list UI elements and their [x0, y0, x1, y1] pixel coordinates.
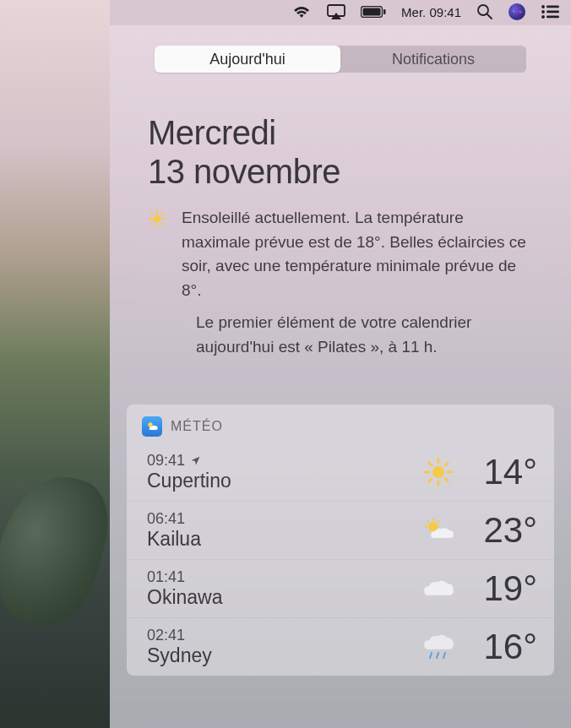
- location-time: 02:41: [147, 627, 420, 644]
- weather-location-row[interactable]: 01:41Okinawa19°: [127, 559, 554, 617]
- weather-location-row[interactable]: 02:41Sydney16°: [127, 617, 554, 676]
- svg-rect-11: [547, 16, 559, 19]
- svg-line-17: [151, 213, 153, 215]
- svg-line-19: [151, 223, 153, 225]
- date-heading: Mercredi 13 novembre: [118, 113, 563, 206]
- airplay-icon[interactable]: [327, 4, 345, 19]
- svg-point-4: [478, 5, 488, 15]
- tab-switcher: Aujourd'hui Notifications: [155, 46, 526, 73]
- svg-rect-2: [363, 8, 381, 16]
- weather-locations-list: 09:41Cupertino14°06:41Kailua23°01:41Okin…: [127, 443, 554, 676]
- svg-line-5: [487, 14, 492, 19]
- notification-center-icon[interactable]: [541, 5, 559, 19]
- weather-location-row[interactable]: 06:41Kailua23°: [127, 501, 554, 559]
- weather-condition-icon: [420, 633, 457, 661]
- menubar: Mer. 09:41: [0, 0, 571, 24]
- location-name: Cupertino: [147, 470, 420, 492]
- battery-icon[interactable]: [361, 6, 386, 18]
- tab-today[interactable]: Aujourd'hui: [155, 46, 340, 73]
- weather-condition-icon: [420, 518, 457, 543]
- location-time: 09:41: [147, 452, 420, 470]
- svg-line-36: [430, 653, 432, 658]
- weather-condition-icon: [420, 577, 457, 600]
- wifi-icon[interactable]: [291, 4, 312, 19]
- svg-point-6: [541, 5, 545, 8]
- location-temperature: 23°: [457, 510, 537, 551]
- location-time: 06:41: [147, 510, 420, 528]
- location-name: Kailua: [147, 528, 420, 551]
- svg-line-35: [438, 521, 440, 523]
- spotlight-icon[interactable]: [476, 3, 493, 20]
- sun-icon: [148, 206, 166, 302]
- location-name: Okinawa: [147, 586, 420, 609]
- siri-icon[interactable]: [508, 3, 525, 20]
- svg-point-10: [541, 15, 545, 19]
- svg-line-20: [161, 213, 163, 215]
- svg-line-27: [429, 463, 432, 465]
- location-time: 01:41: [147, 568, 420, 586]
- tab-notifications[interactable]: Notifications: [340, 46, 526, 73]
- svg-point-8: [541, 10, 545, 14]
- location-temperature: 16°: [457, 627, 537, 667]
- desktop-wallpaper: [0, 0, 110, 728]
- svg-line-18: [161, 223, 163, 225]
- weather-summary-text: Ensoleillé actuellement. La température …: [182, 206, 533, 302]
- weather-app-icon: [142, 416, 162, 437]
- menubar-datetime[interactable]: Mer. 09:41: [401, 5, 461, 19]
- svg-line-34: [427, 521, 429, 523]
- weather-widget-header: MÉTÉO: [127, 405, 554, 443]
- svg-rect-9: [547, 11, 559, 14]
- svg-line-29: [429, 479, 432, 481]
- calendar-summary-text: Le premier élément de votre calendrier a…: [118, 311, 563, 359]
- weather-summary-row: Ensoleillé actuellement. La température …: [118, 206, 563, 311]
- weather-condition-icon: [420, 458, 457, 486]
- notification-center-panel: Aujourd'hui Notifications Mercredi 13 no…: [110, 25, 571, 728]
- svg-point-22: [432, 466, 444, 478]
- date-day: 13 novembre: [148, 152, 533, 191]
- weather-widget: MÉTÉO 09:41Cupertino14°06:41Kailua23°01:…: [127, 405, 554, 676]
- weather-location-row[interactable]: 09:41Cupertino14°: [127, 443, 554, 501]
- svg-line-28: [445, 479, 448, 481]
- location-temperature: 19°: [457, 568, 537, 609]
- svg-line-30: [445, 463, 448, 465]
- svg-line-37: [437, 653, 438, 658]
- date-weekday: Mercredi: [148, 113, 533, 152]
- weather-widget-title: MÉTÉO: [171, 419, 223, 434]
- svg-rect-3: [383, 9, 386, 14]
- svg-rect-7: [547, 6, 559, 8]
- svg-point-12: [153, 215, 160, 222]
- location-name: Sydney: [147, 644, 420, 667]
- svg-line-38: [443, 653, 445, 658]
- svg-point-21: [148, 422, 152, 426]
- location-temperature: 14°: [457, 452, 537, 492]
